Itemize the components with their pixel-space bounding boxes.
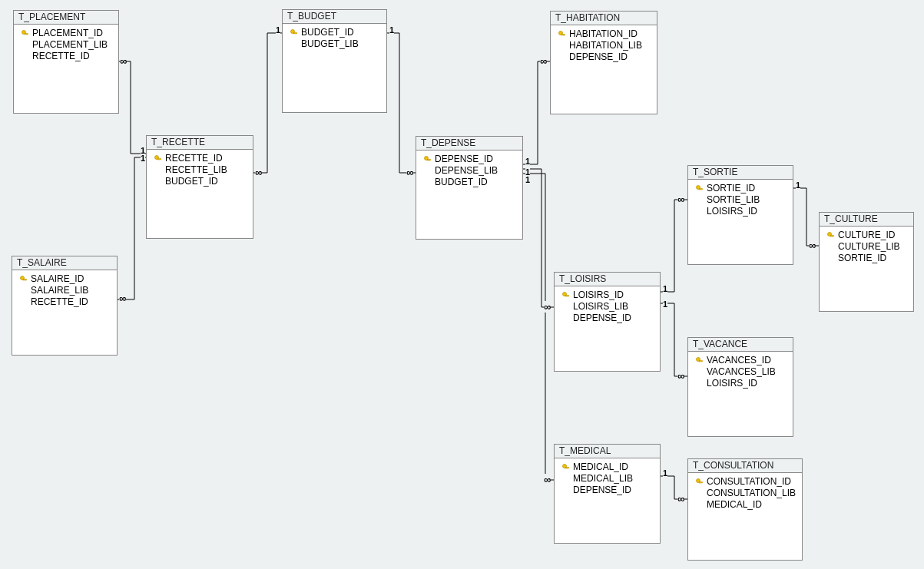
primary-key-icon	[153, 155, 164, 163]
primary-key-icon	[557, 31, 568, 38]
table-budget[interactable]: T_BUDGET BUDGET_ID BUDGET_LIB	[282, 9, 387, 113]
card-many: ∞	[255, 167, 262, 178]
field-row[interactable]: MEDICAL_ID	[691, 499, 799, 511]
field-row[interactable]: LOISIRS_ID	[691, 206, 790, 217]
card-one: 1	[276, 25, 280, 35]
field-row[interactable]: DEPENSE_ID	[558, 485, 657, 496]
field-row[interactable]: LOISIRS_LIB	[558, 301, 657, 313]
card-many: ∞	[677, 370, 684, 382]
field-row[interactable]: PLACEMENT_ID	[17, 28, 115, 39]
field-row[interactable]: PLACEMENT_LIB	[17, 39, 115, 51]
table-habitation[interactable]: T_HABITATION HABITATION_ID HABITATION_LI…	[550, 11, 657, 114]
field-name: VACANCES_ID	[707, 355, 771, 366]
field-name: CONSULTATION_LIB	[707, 488, 796, 499]
field-row[interactable]: BUDGET_ID	[419, 177, 519, 188]
table-fields: VACANCES_ID VACANCES_LIB LOISIRS_ID	[688, 352, 793, 394]
table-title: T_DEPENSE	[416, 137, 522, 151]
field-name: PLACEMENT_LIB	[32, 39, 108, 51]
field-row[interactable]: DEPENSE_ID	[558, 313, 657, 324]
field-name: LOISIRS_ID	[707, 206, 757, 217]
primary-key-icon	[694, 185, 705, 193]
field-row[interactable]: RECETTE_LIB	[150, 164, 250, 176]
table-title: T_CONSULTATION	[688, 459, 802, 473]
table-fields: MEDICAL_ID MEDICAL_LIB DEPENSE_ID	[555, 458, 660, 501]
field-row[interactable]: SALAIRE_ID	[15, 273, 114, 285]
table-placement[interactable]: T_PLACEMENT PLACEMENT_ID PLACEMENT_LIB R…	[13, 10, 119, 114]
table-fields: RECETTE_ID RECETTE_LIB BUDGET_ID	[147, 150, 253, 192]
primary-key-icon	[18, 276, 29, 283]
field-row[interactable]: CONSULTATION_LIB	[691, 488, 799, 499]
table-consultation[interactable]: T_CONSULTATION CONSULTATION_ID CONSULTAT…	[687, 458, 803, 561]
table-fields: CONSULTATION_ID CONSULTATION_LIB MEDICAL…	[688, 473, 802, 515]
field-name: BUDGET_LIB	[301, 38, 359, 50]
table-title: T_PLACEMENT	[14, 11, 118, 25]
field-name: RECETTE_ID	[165, 153, 223, 164]
field-row[interactable]: MEDICAL_ID	[558, 461, 657, 473]
table-title: T_LOISIRS	[555, 273, 660, 286]
field-name: MEDICAL_ID	[573, 461, 628, 473]
field-name: RECETTE_ID	[31, 296, 88, 308]
svg-rect-21	[831, 235, 834, 237]
field-name: VACANCES_LIB	[707, 366, 776, 378]
card-many: ∞	[120, 55, 127, 67]
table-fields: BUDGET_ID BUDGET_LIB	[283, 24, 386, 55]
table-recette[interactable]: T_RECETTE RECETTE_ID RECETTE_LIB BUDGET_…	[146, 135, 253, 239]
primary-key-icon	[694, 357, 705, 365]
field-row[interactable]: BUDGET_ID	[150, 176, 250, 187]
card-many: ∞	[119, 293, 126, 304]
card-many: ∞	[677, 493, 684, 504]
table-sortie[interactable]: T_SORTIE SORTIE_ID SORTIE_LIB LOISIRS_ID	[687, 165, 793, 265]
field-row[interactable]: VACANCES_ID	[691, 355, 790, 366]
field-row[interactable]: CULTURE_LIB	[823, 241, 910, 253]
table-fields: HABITATION_ID HABITATION_LIB DEPENSE_ID	[551, 25, 657, 68]
table-culture[interactable]: T_CULTURE CULTURE_ID CULTURE_LIB SORTIE_…	[819, 212, 914, 312]
primary-key-icon	[289, 29, 300, 37]
field-row[interactable]: BUDGET_ID	[286, 27, 383, 38]
field-row[interactable]: CULTURE_ID	[823, 230, 910, 241]
field-row[interactable]: DEPENSE_ID	[554, 51, 654, 63]
field-row[interactable]: LOISIRS_ID	[558, 289, 657, 301]
field-name: BUDGET_ID	[165, 176, 218, 187]
card-many: ∞	[809, 240, 816, 251]
table-vacance[interactable]: T_VACANCE VACANCES_ID VACANCES_LIB LOISI…	[687, 337, 793, 437]
field-row[interactable]: SORTIE_ID	[823, 253, 910, 264]
primary-key-icon	[561, 292, 571, 299]
field-row[interactable]: HABITATION_LIB	[554, 40, 654, 51]
field-name: HABITATION_LIB	[569, 40, 642, 51]
field-row[interactable]: VACANCES_LIB	[691, 366, 790, 378]
field-row[interactable]: DEPENSE_ID	[419, 154, 519, 165]
er-diagram-canvas: 1 ∞ 1 ∞ 1 ∞ 1 ∞ 1 ∞ 1 ∞ 1 ∞ 1 ∞ 1 ∞ 1 ∞ …	[0, 0, 924, 569]
field-name: PLACEMENT_ID	[32, 28, 103, 39]
svg-rect-3	[24, 279, 27, 280]
field-row[interactable]: RECETTE_ID	[150, 153, 250, 164]
svg-rect-15	[566, 467, 569, 468]
table-loisirs[interactable]: T_LOISIRS LOISIRS_ID LOISIRS_LIB DEPENSE…	[554, 272, 661, 372]
svg-rect-7	[294, 32, 297, 34]
table-fields: DEPENSE_ID DEPENSE_LIB BUDGET_ID	[416, 151, 522, 193]
field-row[interactable]: LOISIRS_ID	[691, 378, 790, 389]
field-name: LOISIRS_ID	[707, 378, 757, 389]
field-row[interactable]: CONSULTATION_ID	[691, 476, 799, 488]
field-name: CULTURE_ID	[838, 230, 895, 241]
table-salaire[interactable]: T_SALAIRE SALAIRE_ID SALAIRE_LIB RECETTE…	[12, 256, 118, 356]
field-row[interactable]: RECETTE_ID	[15, 296, 114, 308]
field-row[interactable]: SORTIE_ID	[691, 183, 790, 194]
field-row[interactable]: SORTIE_LIB	[691, 194, 790, 206]
field-name: BUDGET_ID	[435, 177, 488, 188]
primary-key-icon	[561, 464, 571, 471]
table-medical[interactable]: T_MEDICAL MEDICAL_ID MEDICAL_LIB DEPENSE…	[554, 444, 661, 544]
field-row[interactable]: RECETTE_ID	[17, 51, 115, 62]
field-row[interactable]: DEPENSE_LIB	[419, 165, 519, 177]
card-one: 1	[663, 284, 667, 293]
svg-rect-5	[158, 158, 161, 160]
field-name: DEPENSE_ID	[573, 313, 631, 324]
table-title: T_MEDICAL	[555, 445, 660, 458]
field-row[interactable]: BUDGET_LIB	[286, 38, 383, 50]
table-depense[interactable]: T_DEPENSE DEPENSE_ID DEPENSE_LIB BUDGET_…	[416, 136, 523, 240]
table-title: T_SALAIRE	[12, 256, 117, 270]
card-many: ∞	[677, 194, 684, 205]
svg-rect-19	[700, 360, 703, 362]
field-row[interactable]: SALAIRE_LIB	[15, 285, 114, 296]
field-row[interactable]: HABITATION_ID	[554, 28, 654, 40]
field-row[interactable]: MEDICAL_LIB	[558, 473, 657, 485]
